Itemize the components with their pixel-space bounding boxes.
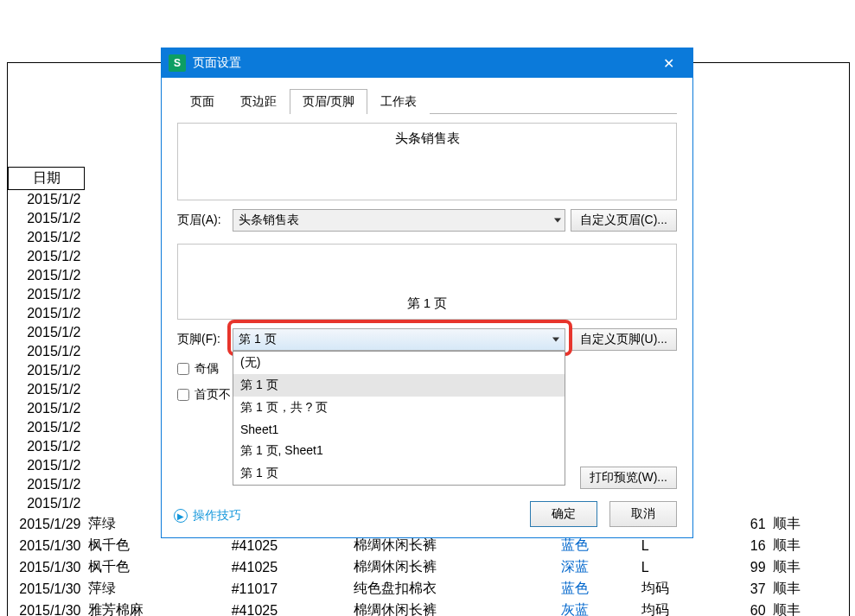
- footer-option[interactable]: Sheet1: [233, 419, 565, 440]
- table-row: 2015/1/30雅芳棉麻#41025棉绸休闲长裤灰蓝均码60顺丰: [9, 600, 850, 616]
- dialog-titlebar: S 页面设置 ✕: [162, 48, 692, 78]
- footer-preview-text: 第 1 页: [407, 295, 448, 312]
- footer-option[interactable]: 第 1 页: [233, 462, 565, 485]
- first-page-label: 首页不: [195, 387, 231, 403]
- footer-combo[interactable]: 第 1 页: [233, 328, 565, 351]
- tab-strip: 页面 页边距 页眉/页脚 工作表: [177, 88, 677, 114]
- tab-sheet[interactable]: 工作表: [367, 89, 430, 114]
- dialog-title: 页面设置: [193, 55, 651, 71]
- footer-option[interactable]: 第 1 页，共 ? 页: [233, 397, 565, 419]
- header-preview-text: 头条销售表: [395, 130, 460, 147]
- tab-page[interactable]: 页面: [177, 89, 227, 114]
- footer-option[interactable]: 第 1 页: [233, 374, 565, 397]
- footer-preview: 第 1 页: [177, 244, 677, 320]
- custom-footer-button[interactable]: 自定义页脚(U)...: [571, 328, 677, 351]
- header-combo[interactable]: 头条销售表: [233, 209, 565, 232]
- first-page-checkbox[interactable]: [177, 389, 189, 401]
- ok-button[interactable]: 确定: [530, 501, 597, 527]
- odd-even-checkbox[interactable]: [177, 363, 189, 375]
- footer-option[interactable]: (无): [233, 352, 565, 374]
- odd-even-label: 奇偶: [195, 361, 219, 377]
- tips-link[interactable]: ▶ 操作技巧: [174, 508, 241, 524]
- footer-option[interactable]: 第 1 页, Sheet1: [233, 440, 565, 462]
- table-row: 2015/1/30枫千色#41025棉绸休闲长裤深蓝L99顺丰: [9, 556, 850, 578]
- header-combo-value: 头条销售表: [239, 213, 299, 228]
- print-preview-button[interactable]: 打印预览(W)...: [580, 467, 677, 489]
- tab-margins[interactable]: 页边距: [227, 89, 290, 114]
- chevron-down-icon: [554, 219, 561, 223]
- footer-combo-value: 第 1 页: [239, 332, 277, 347]
- header-label: 页眉(A):: [177, 213, 227, 228]
- play-icon: ▶: [174, 509, 188, 523]
- page-setup-dialog: S 页面设置 ✕ 页面 页边距 页眉/页脚 工作表 头条销售表 页眉(A): 头…: [161, 48, 693, 538]
- app-icon: S: [169, 54, 186, 72]
- header-preview: 头条销售表: [177, 123, 677, 200]
- cancel-button[interactable]: 取消: [609, 501, 677, 527]
- col-date: 日期: [9, 168, 85, 190]
- chevron-down-icon: [552, 338, 559, 342]
- footer-label: 页脚(F):: [177, 332, 227, 347]
- tab-header-footer[interactable]: 页眉/页脚: [290, 89, 367, 114]
- table-row: 2015/1/30萍绿#11017纯色盘扣棉衣蓝色均码37顺丰: [9, 578, 850, 600]
- footer-dropdown[interactable]: (无) 第 1 页 第 1 页，共 ? 页 Sheet1 第 1 页, Shee…: [233, 351, 565, 486]
- custom-header-button[interactable]: 自定义页眉(C)...: [571, 209, 677, 232]
- close-icon[interactable]: ✕: [651, 48, 686, 78]
